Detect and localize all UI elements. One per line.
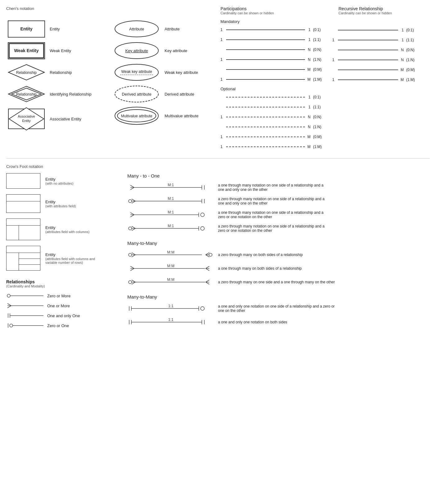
many-to-many-title1: Many-to-Many	[127, 241, 430, 246]
assoc-entity-shape: Associative Entity	[8, 106, 45, 131]
cf-zero-or-one-row: Zero or One	[6, 322, 118, 329]
key-attribute-row: Key attribute Key attribute	[112, 40, 217, 61]
m2o-row-1: M:1 a one through many notation on one s…	[127, 183, 430, 192]
svg-line-64	[132, 253, 135, 255]
many-to-many-title2: Many-to-Many	[127, 294, 430, 299]
assoc-entity-text-label: Associative Entity	[50, 117, 87, 121]
cf-one-or-more-row: One or More	[6, 302, 118, 309]
cf-entity-cols-label: Entity	[45, 225, 89, 230]
svg-text:Multivalue attribute: Multivalue attribute	[121, 114, 152, 118]
m2m-row-2: M:M a one through many on both sides of …	[127, 264, 430, 273]
svg-line-48	[130, 213, 134, 215]
m2o-desc-2: a zero through many notation on one side…	[218, 197, 330, 205]
participation-mandatory-0-M: M (0:M)	[220, 65, 326, 74]
svg-point-31	[10, 324, 13, 327]
chens-title: Chen's notation	[6, 6, 112, 11]
chen-attributes-col: Attribute Attribute Key attribute Key at…	[112, 18, 217, 127]
attribute-row: Attribute Attribute	[112, 18, 217, 40]
cf-entity-attrs-sublabel: (with attributes field)	[45, 204, 76, 208]
svg-point-53	[201, 213, 204, 217]
optional-label: Optional	[220, 87, 326, 91]
svg-point-21	[7, 294, 10, 297]
cf-entity-var-shape	[6, 246, 40, 271]
one-to-one-desc-1: a one and only one notation on one side …	[218, 304, 336, 313]
svg-line-83	[132, 282, 135, 284]
m2m-desc-3: a zero through many on one side and a on…	[218, 280, 335, 284]
entity-label: Entity	[20, 26, 33, 31]
svg-line-33	[130, 185, 134, 187]
cf-zero-or-more-label: Zero or More	[47, 294, 70, 298]
svg-line-70	[206, 255, 209, 257]
svg-text:Attribute: Attribute	[129, 27, 144, 31]
cf-entity-simple-row: Entity (with no attributes)	[6, 173, 118, 189]
cf-entity-cols-sublabel: (attributes field with columns)	[45, 230, 89, 234]
svg-line-78	[206, 268, 209, 271]
svg-line-41	[132, 199, 135, 201]
svg-text:M:1: M:1	[168, 183, 174, 187]
participation-optional-1-N: N (1:N)	[220, 123, 326, 131]
m2o-row-2: M:1 a zero through many notation on one …	[127, 196, 430, 206]
one-to-one-desc-2: a one and only one notation on both side…	[218, 320, 287, 324]
svg-point-55	[129, 227, 132, 230]
chen-entities-col: Entity Entity Weak Entity Weak Entity Re…	[6, 18, 112, 133]
one-to-one-row-2: 1:1 a one and only one notation on both …	[127, 317, 430, 327]
svg-line-86	[206, 280, 209, 282]
svg-line-24	[7, 306, 11, 308]
m2o-row-4: M:1 a zero through many notation on one …	[127, 224, 430, 233]
cf-entity-var-sublabel: (attributes field with columns andvariab…	[45, 257, 95, 264]
participation-mandatory-1-N: 1 N (1:N)	[220, 56, 326, 64]
recursive-col: 1 (0:1) 1 1 (1:1) N (0:N) 1 N (1:N) M (0…	[332, 18, 419, 86]
identifying-relationship-row: Relationship Identifying Relationship	[6, 83, 112, 105]
svg-line-87	[206, 282, 209, 284]
identifying-relationship-text-label: Identifying Relationship	[50, 92, 91, 97]
participations-title: Participations	[220, 6, 332, 11]
svg-point-94	[201, 307, 204, 310]
many-to-one-title: Many - to - One	[127, 173, 430, 178]
weak-entity-row: Weak Entity Weak Entity	[6, 40, 112, 61]
assoc-entity-row: Associative Entity Associative Entity	[6, 105, 112, 133]
svg-text:Entity: Entity	[22, 119, 31, 123]
svg-text:Relationship: Relationship	[16, 92, 37, 97]
cf-entity-var-row: Entity (attributes field with columns an…	[6, 246, 118, 271]
svg-line-56	[132, 226, 135, 228]
m2m-row-3: M:M a zero through many on one side and …	[127, 277, 430, 287]
svg-text:Key attribute: Key attribute	[125, 48, 148, 53]
cf-entity-simple-label: Entity	[45, 177, 73, 182]
relationship-diamond: Relationship	[8, 64, 45, 81]
participation-optional-0-M: 1 M (0:M)	[220, 133, 326, 141]
cf-entity-simple-sublabel: (with no attributes)	[45, 182, 73, 185]
svg-line-74	[130, 268, 134, 271]
multivalue-attribute-row: Multivalue attribute Multivalue attribut…	[112, 105, 217, 127]
entity-row: Entity Entity	[6, 18, 112, 40]
m2o-desc-1: a one through many notation on one side …	[218, 183, 330, 192]
participation-optional-1-M: 1 M (1:M)	[220, 143, 326, 151]
page: { "chens_title": "Chen's notation", "par…	[0, 0, 436, 337]
svg-point-61	[201, 227, 204, 230]
svg-line-49	[130, 215, 134, 217]
svg-text:M:1: M:1	[168, 224, 174, 228]
cf-entity-cols-shape	[6, 218, 40, 240]
cf-zero-or-one-label: Zero or One	[47, 323, 69, 328]
recursive-title: Recursive Relationship	[338, 6, 392, 11]
mandatory-label: Mandatory	[220, 19, 326, 24]
cf-one-only-label: One and only One	[47, 313, 80, 318]
relationship-row: Relationship Relationship	[6, 61, 112, 83]
weak-entity-text-label: Weak Entity	[50, 48, 87, 53]
entity-text-label: Entity	[50, 27, 87, 31]
svg-line-42	[132, 201, 135, 203]
recursive-subtitle: Cardinality can be shown or hidden	[338, 11, 392, 15]
one-to-one-row-1: 1:1 a one and only one notation on one s…	[127, 304, 430, 313]
attribute-text-label: Attribute	[165, 27, 179, 31]
svg-point-63	[129, 253, 132, 256]
weak-key-attribute-text-label: Weak key attribute	[165, 70, 198, 75]
cf-entity-simple-shape	[6, 173, 40, 189]
weak-key-attribute-row: Weak key attribute Weak key attribute	[112, 61, 217, 83]
weak-entity-box: Weak Entity	[8, 42, 45, 59]
participation-optional-0-1: 1 (0:1)	[220, 93, 326, 101]
participations-col: Mandatory 1 1 (0:1) 1 1 (1:1) N (0:N) 1 …	[220, 18, 326, 153]
svg-text:M:1: M:1	[168, 210, 174, 214]
m2o-desc-3: a one through many notation on one side …	[218, 210, 330, 219]
svg-text:Associative: Associative	[18, 115, 35, 118]
svg-line-34	[130, 187, 134, 190]
svg-point-68	[209, 253, 212, 256]
